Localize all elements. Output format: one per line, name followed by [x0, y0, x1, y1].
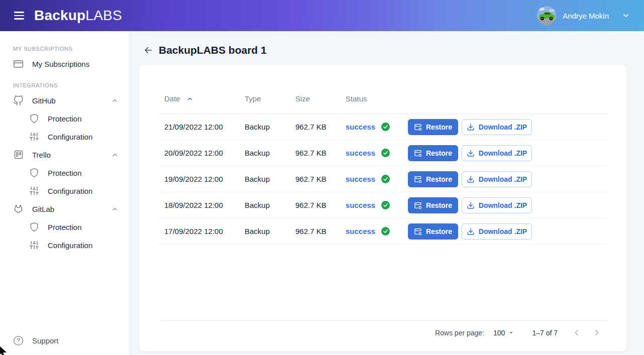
sidebar-item-trello-protection[interactable]: Protection — [0, 164, 129, 182]
table-row: 18/09/2022 12:00 Backup 962.7 KB success… — [159, 192, 608, 218]
logo-bold: Backup — [34, 8, 85, 23]
trello-icon — [13, 150, 24, 160]
row-actions: Restore Download .ZIP — [408, 223, 608, 240]
success-check-icon — [381, 175, 390, 183]
success-check-icon — [381, 123, 390, 131]
backup-type: Backup — [240, 175, 290, 183]
column-header-type[interactable]: Type — [240, 94, 290, 103]
status-text: success — [346, 201, 375, 209]
sidebar-item-gitlab-protection[interactable]: Protection — [0, 218, 129, 236]
logo-light: LABS — [85, 8, 122, 23]
restore-button[interactable]: Restore — [408, 119, 458, 135]
rows-per-page-label: Rows per page: — [435, 329, 484, 337]
chevron-down-icon[interactable] — [622, 12, 630, 20]
download-zip-button[interactable]: Download .ZIP — [462, 119, 532, 135]
download-zip-button[interactable]: Download .ZIP — [462, 223, 532, 240]
sidebar-item-trello[interactable]: Trello — [0, 146, 129, 164]
user-menu[interactable]: Andrye Mokin — [537, 6, 630, 25]
sort-asc-icon — [186, 95, 193, 102]
backup-date: 17/09/2022 12:00 — [159, 227, 240, 235]
backup-status: success — [341, 201, 408, 209]
sidebar-item-label: Protection — [48, 114, 82, 123]
row-actions: Restore Download .ZIP — [408, 119, 608, 135]
restore-icon — [414, 201, 422, 209]
restore-button[interactable]: Restore — [408, 223, 458, 240]
download-zip-button[interactable]: Download .ZIP — [462, 197, 532, 213]
backup-type: Backup — [240, 201, 290, 209]
success-check-icon — [381, 149, 390, 157]
user-name: Andrye Mokin — [563, 12, 609, 20]
restore-button[interactable]: Restore — [408, 145, 458, 161]
sidebar-item-gitlab[interactable]: GitLab — [0, 200, 129, 218]
rows-per-page-select[interactable]: 100 — [493, 329, 514, 337]
download-icon — [467, 123, 475, 131]
backup-status: success — [341, 149, 408, 157]
sidebar-item-trello-configuration[interactable]: Configuration — [0, 182, 129, 200]
sliders-icon — [29, 186, 39, 196]
app-logo[interactable]: BackupLABS — [34, 8, 122, 24]
sliders-icon — [29, 240, 39, 251]
success-check-icon — [381, 227, 390, 235]
row-actions: Restore Download .ZIP — [408, 145, 608, 161]
column-header-date[interactable]: Date — [159, 94, 240, 103]
chevron-up-icon[interactable] — [111, 97, 119, 104]
status-text: success — [346, 149, 375, 157]
backup-size: 962.7 KB — [290, 175, 341, 183]
backup-status: success — [341, 123, 408, 131]
backup-date: 20/09/2022 12:00 — [159, 149, 240, 157]
avatar — [537, 6, 556, 25]
mouse-cursor — [0, 345, 9, 355]
download-zip-button[interactable]: Download .ZIP — [462, 171, 532, 187]
help-circle-icon — [13, 335, 24, 346]
sidebar-item-github-configuration[interactable]: Configuration — [0, 128, 129, 146]
download-icon — [467, 149, 475, 157]
next-page-icon[interactable] — [592, 328, 602, 337]
sidebar-item-label: Trello — [32, 151, 111, 159]
restore-icon — [414, 149, 422, 157]
pagination: Rows per page: 100 1–7 of 7 — [159, 320, 608, 351]
row-actions: Restore Download .ZIP — [408, 197, 608, 213]
shield-icon — [29, 168, 39, 178]
success-check-icon — [381, 201, 390, 209]
restore-button[interactable]: Restore — [408, 197, 458, 213]
column-header-size[interactable]: Size — [290, 94, 341, 103]
chevron-up-icon[interactable] — [111, 151, 119, 159]
backups-card: Date Type Size Status 21/09/2022 12:00 B… — [139, 65, 626, 351]
column-header-status[interactable]: Status — [341, 94, 408, 103]
restore-icon — [414, 175, 422, 183]
download-icon — [467, 201, 475, 209]
sidebar-item-label: Configuration — [48, 241, 92, 250]
restore-icon — [414, 227, 422, 235]
sidebar-item-github[interactable]: GitHub — [0, 91, 129, 109]
restore-button[interactable]: Restore — [408, 171, 458, 187]
backup-date: 18/09/2022 12:00 — [159, 201, 240, 209]
shield-icon — [29, 113, 39, 124]
sidebar-item-support[interactable]: Support — [0, 329, 129, 351]
sidebar-item-label: GitHub — [32, 96, 111, 105]
subscriptions-card-icon — [13, 59, 24, 69]
backup-date: 21/09/2022 12:00 — [159, 123, 240, 131]
backup-status: success — [341, 227, 408, 235]
backup-type: Backup — [240, 227, 290, 235]
backup-type: Backup — [240, 149, 290, 157]
prev-page-icon[interactable] — [572, 328, 581, 337]
table-row: 19/09/2022 12:00 Backup 962.7 KB success… — [159, 166, 608, 192]
table-row: 20/09/2022 12:00 Backup 962.7 KB success… — [159, 140, 608, 166]
sidebar-item-label: Protection — [48, 169, 82, 177]
backup-status: success — [341, 175, 408, 183]
sidebar-item-gitlab-configuration[interactable]: Configuration — [0, 236, 129, 254]
page-title-row: BackupLABS board 1 — [129, 31, 644, 56]
sidebar-item-my-subscriptions[interactable]: My Subscriptions — [0, 55, 129, 73]
back-arrow-icon[interactable] — [143, 45, 153, 55]
status-text: success — [346, 123, 375, 131]
menu-icon[interactable] — [14, 12, 24, 19]
sidebar-item-label: GitLab — [32, 205, 111, 213]
chevron-up-icon[interactable] — [111, 205, 119, 213]
backup-type: Backup — [240, 123, 290, 131]
pagination-range: 1–7 of 7 — [532, 329, 558, 337]
backup-date: 19/09/2022 12:00 — [159, 175, 240, 183]
download-zip-button[interactable]: Download .ZIP — [462, 145, 532, 161]
sidebar: MY SUBSCRIPTIONS My Subscriptions INTEGR… — [0, 31, 129, 355]
sidebar-item-github-protection[interactable]: Protection — [0, 109, 129, 128]
table-row: 21/09/2022 12:00 Backup 962.7 KB success… — [159, 114, 608, 140]
